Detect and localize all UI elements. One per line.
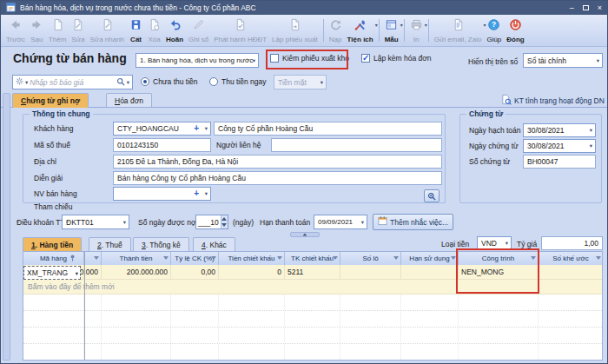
filter-icon[interactable] [277,256,282,260]
radio-chua-thu-tien[interactable]: Chưa thu tiền [141,77,198,86]
ma-hang-cell-editor[interactable]: XM_TRANG▾ [23,266,81,280]
ty-gia-field[interactable]: 1,00 [541,236,603,250]
toolbar-send-email-zalo-button[interactable]: Gửi email, Zalo▾ [432,16,485,45]
grid-column-header[interactable]: Mã hàng [23,252,84,265]
ma-so-thue-field[interactable]: 0101243150 [113,138,211,152]
toolbar-print-button[interactable]: In▾ [407,16,426,45]
chevron-down-icon[interactable]: ▾ [76,270,78,277]
document-type-select[interactable]: 1. Bán hàng hóa, dịch vụ trong nước ▾ [135,53,259,68]
loai-tien-select[interactable]: VND ▾ [477,236,512,250]
chevron-down-icon[interactable]: ▾ [205,125,208,132]
nguoi-lien-he-field[interactable] [271,138,442,152]
tab-thong-ke[interactable]: 3. Thống kê [133,237,189,251]
toolbar-delete-button[interactable]: Xóa [145,16,163,45]
stepper-down-icon[interactable] [221,222,228,229]
chevron-down-icon[interactable]: ▾ [590,142,592,149]
grid-cell[interactable] [539,265,603,280]
radio-unselected-icon[interactable] [209,77,218,86]
grid-column-header[interactable] [84,252,102,265]
grid-column-header[interactable]: Số lô [340,252,401,265]
so-ngay-stepper[interactable]: ___10 [195,215,228,229]
quote-search-input[interactable]: ▾ Nhập số báo giá ▾ [12,75,133,89]
dia-chi-field[interactable]: 2105 Đê La Thành, Đống Đa, Hà Nội [113,155,442,169]
ngay-chung-tu-select[interactable]: 30/08/2021 ▾ [523,139,596,153]
chevron-down-icon[interactable]: ▾ [506,240,508,247]
toolbar-undo-button[interactable]: Hoãn [163,16,186,45]
grid-cell[interactable] [340,265,401,280]
khach-hang-name-field[interactable]: Công ty Cổ phần Hoàng Cầu [214,122,442,136]
filter-icon[interactable] [211,256,216,260]
khach-hang-select[interactable]: CTY_HOANGCAU + ▾ [113,122,211,136]
grid-cell[interactable]: 5211 [285,265,340,280]
filter-icon[interactable] [333,256,338,260]
minimize-icon[interactable]: – [570,3,574,12]
chevron-down-icon[interactable]: ▾ [127,79,129,86]
chevron-down-icon[interactable]: ▾ [361,219,364,226]
dropdown-arrow-icon[interactable]: ▾ [375,22,378,28]
han-thanh-toan-select[interactable]: 09/09/2021 ▾ [314,215,367,229]
toolbar-help-button[interactable]: ?Giúp [484,16,504,45]
chevron-down-icon[interactable]: ▾ [25,79,28,86]
filter-icon[interactable] [163,256,169,260]
grid-column-header[interactable]: Hạn sử dụng [401,252,459,265]
collapsed-side-panel[interactable] [3,93,10,361]
grid-cell[interactable] [401,265,459,280]
checkbox-unchecked-icon[interactable] [270,54,279,63]
radio-thu-tien-ngay[interactable]: Thu tiền ngay [209,77,267,86]
filter-icon[interactable] [393,256,399,260]
grid-column-header[interactable]: Công trình [459,252,539,265]
filter-icon[interactable] [531,256,536,260]
tab-hoa-don[interactable]: Hóa đơn [106,93,152,108]
dieu-khoan-select[interactable]: ĐKTT01 ▾ [62,215,129,229]
kt-status-link[interactable]: KT tình trạng hoạt động DN [500,94,605,107]
grid-cell[interactable]: 0,00 [171,265,219,280]
grid-cell[interactable]: NEN_MONG [459,265,539,280]
add-plus-icon[interactable]: + [194,189,199,198]
tab-hang-tien[interactable]: 1. Hàng tiền [23,237,82,251]
dropdown-arrow-icon[interactable]: ▾ [425,22,427,28]
gear-icon[interactable] [16,77,23,87]
splitter-handle[interactable] [290,232,320,237]
toolbar-quick-edit-button[interactable]: Sửa nhanh [87,16,127,45]
toolbar-utilities-button[interactable]: Tiện ích▾ [345,16,376,45]
grid-column-header[interactable]: Tiền chiết khấu [219,252,285,265]
add-plus-icon[interactable]: + [194,123,199,133]
toolbar-edit-button[interactable]: Sửa [69,16,87,45]
filter-icon[interactable] [596,256,601,260]
ngay-hach-toan-select[interactable]: 30/08/2021 ▾ [523,123,596,137]
maximize-icon[interactable] [583,5,589,10]
grid-column-header[interactable]: Số khế ước [539,252,603,265]
search-icon[interactable] [116,77,125,88]
toolbar-close-button[interactable]: Đóng [504,16,526,45]
filter-icon[interactable] [451,256,456,260]
dien-giai-field[interactable]: Bán hàng Công ty Cổ phần Hoàng Cầu [113,171,442,185]
them-nhac-viec-button[interactable]: Thêm nhắc việc... [373,214,453,230]
grid-cell[interactable]: 0 [219,265,285,280]
toolbar-next-button[interactable]: Sau [28,16,46,45]
grid-cell[interactable]: 200.000.000 [102,265,171,280]
checkbox-checked-icon[interactable] [361,54,370,63]
toolbar-templates-button[interactable]: Mẫu▾ [382,16,401,45]
frozen-column-divider[interactable] [84,252,85,360]
tab-khac[interactable]: 4. Khác [193,237,235,251]
chevron-down-icon[interactable]: ▾ [205,190,208,197]
toolbar-save-button[interactable]: Cất [127,16,145,45]
dropdown-arrow-icon[interactable]: ▾ [400,22,403,28]
grid-add-new-row[interactable]: Bấm vào đây để thêm mới [23,280,602,295]
grid-column-header[interactable]: TK chiết khấu [285,252,340,265]
toolbar-post-ledger-button[interactable]: Ghi sổ [186,16,211,45]
stepper-up-icon[interactable] [221,215,228,222]
toolbar-add-button[interactable]: Thêm [46,16,69,45]
pushpin-icon[interactable] [69,254,76,264]
so-ngay-value[interactable]: ___10 [196,215,221,228]
toolbar-issue-einvoice-button[interactable]: Phát hành HĐĐT [211,16,269,45]
nv-ban-hang-select[interactable]: + ▾ [113,187,211,201]
expand-search-button[interactable] [424,189,439,202]
grid-column-header[interactable]: Thành tiền [102,252,171,265]
lap-kem-hoa-don-checkbox[interactable]: Lập kèm hóa đơn [361,54,432,63]
tab-thue[interactable]: 2. Thuế [89,237,131,251]
tab-chung-tu-ghi-no[interactable]: Chứng từ ghi nợ [12,93,89,108]
toolbar-create-delivery-note-button[interactable]: Lập phiếu xuất [269,16,321,45]
grid-cell[interactable]: 20.000 [84,265,102,280]
chevron-down-icon[interactable]: ▾ [123,219,126,226]
